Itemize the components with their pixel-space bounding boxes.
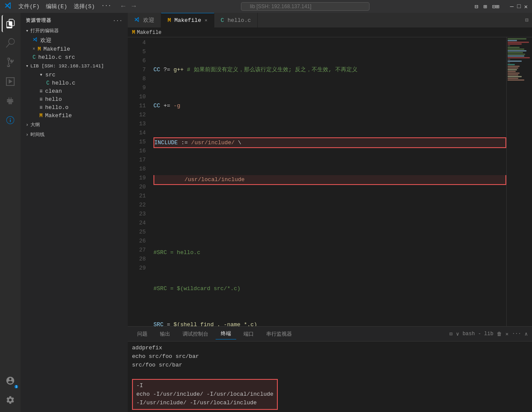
lib-section[interactable]: ▾ LIB [SSH: 192.168.137.141] xyxy=(21,61,128,70)
panel-tab-ports[interactable]: 端口 xyxy=(238,329,259,339)
tab-makefile[interactable]: M Makefile × xyxy=(161,13,214,27)
line-num-8: 8 xyxy=(128,74,146,83)
chevron-right-icon-timeline: › xyxy=(26,132,29,137)
titlebar: 文件(F) 编辑(E) 选择(S) ··· ← → ⊟ ⊞ ⊟⊞ — □ ✕ xyxy=(0,0,532,13)
activity-search[interactable] xyxy=(2,34,19,52)
sidebar-more-icon[interactable]: ··· xyxy=(113,18,123,23)
line-num-28: 28 xyxy=(128,254,146,264)
sidebar-item-makefile[interactable]: M Makefile xyxy=(21,112,128,120)
toggle-layout-icon[interactable]: ⊞ xyxy=(483,3,487,10)
line-num-29: 29 xyxy=(128,264,146,273)
panel-collapse-icon[interactable]: ∧ xyxy=(525,331,528,337)
customize-layout-icon[interactable]: ⊟⊞ xyxy=(492,3,499,10)
makefile-label: Makefile xyxy=(43,46,70,52)
terminal-line-blank xyxy=(132,370,528,378)
outline-section[interactable]: › 大纲 xyxy=(21,120,128,130)
line-num-13: 13 xyxy=(128,119,146,128)
close-button[interactable]: ✕ xyxy=(524,3,528,10)
menu-select[interactable]: 选择(S) xyxy=(74,3,95,10)
search-bar[interactable] xyxy=(142,2,468,11)
tab-helloc[interactable]: C hello.c xyxy=(214,13,258,27)
maximize-button[interactable]: □ xyxy=(517,3,520,10)
line-num-9: 9 xyxy=(128,83,146,92)
helloc-label: hello.c xyxy=(52,80,75,86)
code-line-7: /usr/local/include xyxy=(153,175,506,185)
menu-more[interactable]: ··· xyxy=(101,3,111,10)
line-num-7: 7 xyxy=(128,65,146,74)
code-line-9: #SRC = hello.c xyxy=(153,248,506,257)
nav-forward[interactable]: → xyxy=(132,3,136,10)
terminal-content[interactable]: addprefix echo src/foo src/bar src/foo s… xyxy=(128,342,532,412)
search-input[interactable] xyxy=(241,2,370,11)
account-icon[interactable]: 1 xyxy=(2,372,19,389)
c-file-icon-2: C xyxy=(46,80,49,86)
makefile-icon-sidebar: M xyxy=(39,113,42,119)
breadcrumb-icon: M xyxy=(132,30,135,36)
sidebar-item-hello[interactable]: ≡ hello xyxy=(21,95,128,103)
open-editors-section[interactable]: ▾ 打开的编辑器 xyxy=(21,26,128,36)
settings-icon[interactable] xyxy=(2,391,19,409)
tab-bar: 欢迎 M Makefile × C hello.c ⊟ xyxy=(128,13,532,28)
panel-tab-problems[interactable]: 问题 xyxy=(132,329,153,339)
line-num-17: 17 xyxy=(128,155,146,164)
code-content[interactable]: CC ?= g++ # 如果前面没有定义，那么该行定义生效; 反之，不生效, 不… xyxy=(149,37,506,326)
sidebar-item-clean[interactable]: ≡ clean xyxy=(21,87,128,95)
welcome-label: 欢迎 xyxy=(40,36,51,44)
line-num-10: 10 xyxy=(128,92,146,101)
line-num-12: 12 xyxy=(128,110,146,119)
c-file-icon: C xyxy=(33,55,36,61)
tab-makefile-icon: M xyxy=(168,17,171,24)
menu-edit[interactable]: 编辑(E) xyxy=(46,3,67,10)
sidebar-item-helloo[interactable]: ≡ hello.o xyxy=(21,103,128,112)
editor-layout-icon[interactable]: ⊟ xyxy=(522,13,532,27)
minimize-button[interactable]: — xyxy=(510,3,514,10)
code-line-10: #SRC = $(wildcard src/*.c) xyxy=(153,284,506,293)
sidebar-title: 资源管理器 xyxy=(26,17,51,24)
window-controls: — □ ✕ xyxy=(510,3,528,10)
menu-file[interactable]: 文件(F) xyxy=(18,3,39,10)
tab-makefile-close[interactable]: × xyxy=(204,18,207,23)
activity-explorer[interactable] xyxy=(2,15,19,32)
line-num-20: 20 xyxy=(128,182,146,191)
sidebar-item-src-folder[interactable]: ▾ src xyxy=(21,70,128,79)
sidebar-item-makefile-open[interactable]: × M Makefile xyxy=(21,45,128,53)
panel-trash-icon[interactable]: 🗑 xyxy=(497,331,502,337)
panel-tab-terminal[interactable]: 终端 xyxy=(216,328,236,339)
line-num-27: 27 xyxy=(128,245,146,254)
line-num-16: 16 xyxy=(128,146,146,155)
tab-makefile-label: Makefile xyxy=(174,17,201,24)
src-label: src xyxy=(45,72,55,78)
terminal-line-include-output: -I/usr/include/ -I/usr/local/include xyxy=(136,399,274,407)
timeline-section[interactable]: › 时间线 xyxy=(21,130,128,139)
activity-run[interactable] xyxy=(2,73,19,90)
breadcrumb: M Makefile xyxy=(128,28,532,37)
line-num-5: 5 xyxy=(128,47,146,56)
sidebar-item-helloc-open[interactable]: C hello.c src xyxy=(21,53,128,61)
panel-tab-serial[interactable]: 串行监视器 xyxy=(261,329,297,339)
line-num-26: 26 xyxy=(128,236,146,245)
panel-split-icon[interactable]: ⊡ xyxy=(449,331,452,337)
tab-welcome[interactable]: 欢迎 xyxy=(128,13,161,27)
panel-tab-output[interactable]: 输出 xyxy=(155,329,175,339)
panel-tab-debug[interactable]: 调试控制台 xyxy=(177,329,213,339)
panel-more-icon[interactable]: ··· xyxy=(512,331,521,337)
activity-remote[interactable] xyxy=(2,112,19,129)
close-makefile-icon[interactable]: × xyxy=(33,47,35,52)
panel: 问题 输出 调试控制台 终端 端口 串行监视器 ⊡ ∨ bash - lib 🗑… xyxy=(128,326,532,412)
open-editors-label: 打开的编辑器 xyxy=(30,27,59,34)
activity-extensions[interactable] xyxy=(2,92,19,109)
panel-kill-icon[interactable]: ✕ xyxy=(505,331,508,337)
toggle-sidebar-icon[interactable]: ⊟ xyxy=(475,3,478,10)
panel-dropdown-icon[interactable]: ∨ xyxy=(456,331,459,337)
code-editor: 4 5 6 7 8 9 10 11 12 13 14 15 16 17 18 1… xyxy=(128,37,532,326)
line-num-19: 19 xyxy=(128,173,146,182)
sidebar-item-welcome[interactable]: 欢迎 xyxy=(21,36,128,45)
account-badge: 1 xyxy=(15,385,18,388)
nav-back[interactable]: ← xyxy=(121,3,126,10)
line-num-14: 14 xyxy=(128,128,146,137)
terminal-line-addprefix: addprefix xyxy=(132,344,528,352)
terminal-highlighted-block: -I echo -I/usr/include/ -I/usr/local/inc… xyxy=(132,379,278,410)
activity-source-control[interactable] xyxy=(2,54,19,71)
line-num-15: 15 xyxy=(128,137,146,146)
sidebar-item-helloc[interactable]: C hello.c xyxy=(21,79,128,87)
